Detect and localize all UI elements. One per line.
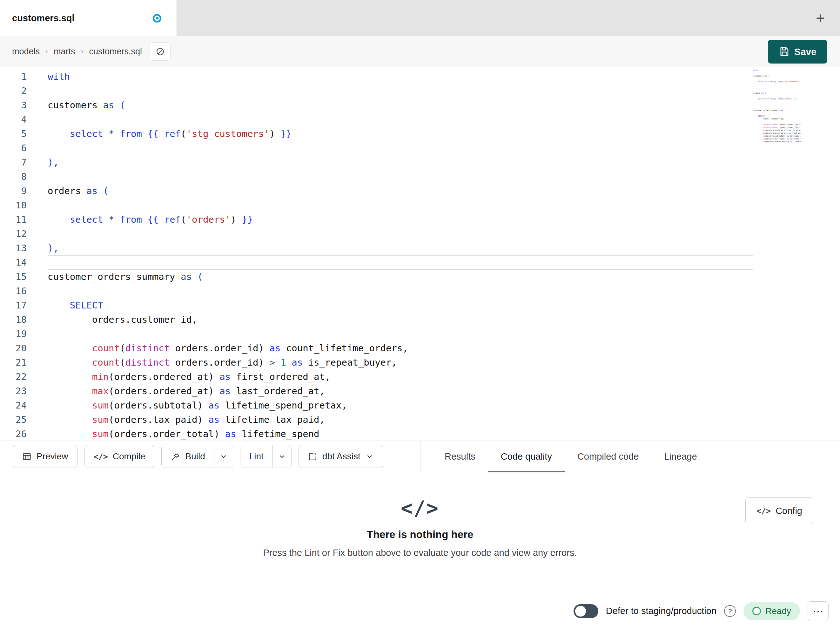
code-quality-panel: </> Config </> There is nothing here Pre…: [0, 472, 840, 594]
lint-button[interactable]: Lint: [240, 445, 273, 468]
preview-button[interactable]: Preview: [13, 445, 77, 468]
minimap-line: sum(orders.subtotal) as lifetime_spend_p…: [753, 134, 801, 137]
panel-tab-results[interactable]: Results: [432, 441, 488, 472]
action-toolbar: Preview </> Compile Build Lint dbt A: [0, 441, 840, 472]
panel-tab-compiled-code[interactable]: Compiled code: [565, 441, 651, 472]
code-line-8[interactable]: [47, 169, 753, 184]
breadcrumb-item-models[interactable]: models: [12, 47, 40, 57]
minimap-line: [753, 106, 801, 109]
save-label: Save: [794, 46, 816, 57]
line-number: 14: [0, 255, 27, 270]
minimap-line: count(distinct orders.order_id) > 1 as i…: [753, 126, 801, 129]
code-line-21[interactable]: count(distinct orders.order_id) > 1 as i…: [47, 356, 753, 370]
code-line-12[interactable]: [47, 227, 753, 241]
minimap-line: sum(orders.order_total) as lifetime_spen…: [753, 140, 801, 143]
editor-code[interactable]: withcustomers as ( select * from {{ ref(…: [47, 70, 753, 441]
save-button[interactable]: Save: [768, 40, 827, 63]
help-icon[interactable]: ?: [724, 605, 736, 617]
minimap-line: orders.customer_id,: [753, 117, 801, 120]
code-line-6[interactable]: [47, 141, 753, 155]
minimap-line: [753, 100, 801, 103]
lint-dropdown-button[interactable]: [273, 445, 291, 468]
code-line-16[interactable]: [47, 284, 753, 298]
line-number: 2: [0, 84, 27, 98]
status-bar-right: Defer to staging/production ? Ready ⋯: [573, 601, 829, 621]
code-line-22[interactable]: min(orders.ordered_at) as first_ordered_…: [47, 370, 753, 384]
file-tab-label: customers.sql: [12, 13, 75, 24]
table-icon: [22, 452, 32, 462]
code-line-17[interactable]: SELECT: [47, 298, 753, 313]
code-line-5[interactable]: select * from {{ ref('stg_customers') }}: [47, 127, 753, 141]
minimap-line: [753, 71, 801, 74]
dbt-assist-label: dbt Assist: [322, 451, 360, 462]
ready-indicator-icon: [752, 607, 761, 615]
code-line-2[interactable]: [47, 84, 753, 98]
empty-state: </> There is nothing here Press the Lint…: [0, 472, 840, 558]
line-number: 16: [0, 284, 27, 298]
panel-tab-lineage[interactable]: Lineage: [651, 441, 709, 472]
code-line-13[interactable]: ),: [47, 241, 753, 255]
compile-button[interactable]: </> Compile: [84, 445, 155, 468]
defer-label: Defer to staging/production: [606, 606, 717, 616]
breadcrumb-separator: ›: [46, 47, 48, 56]
editor-tab-bar: customers.sql +: [0, 0, 840, 36]
build-dropdown-button[interactable]: [214, 445, 233, 468]
breadcrumb-item-marts[interactable]: marts: [54, 47, 75, 57]
minimap-line: min(orders.ordered_at) as first_ordered_…: [753, 129, 801, 131]
code-line-3[interactable]: customers as (: [47, 98, 753, 112]
defer-toggle[interactable]: [573, 604, 598, 618]
editor-minimap[interactable]: withcustomers as ( select * from {{ ref(…: [753, 69, 801, 146]
minimap-line: max(orders.ordered_at) as last_ordered_a…: [753, 131, 801, 134]
panel-tab-code-quality[interactable]: Code quality: [488, 441, 565, 472]
dbt-assist-button[interactable]: dbt Assist: [298, 445, 383, 468]
line-number: 3: [0, 98, 27, 112]
code-line-7[interactable]: ),: [47, 155, 753, 169]
editor-gutter: 1234567891011121314151617181920212223242…: [0, 70, 27, 441]
minimap-line: select * from {{ ref('stg_customers') }}: [753, 80, 801, 83]
overflow-menu-button[interactable]: ⋯: [808, 601, 829, 621]
breadcrumb: models›marts›customers.sql: [12, 47, 142, 57]
build-button[interactable]: Build: [162, 445, 214, 468]
code-line-25[interactable]: sum(orders.tax_paid) as lifetime_tax_pai…: [47, 413, 753, 427]
ready-status-badge[interactable]: Ready: [744, 602, 800, 620]
code-line-18[interactable]: orders.customer_id,: [47, 313, 753, 327]
line-number: 22: [0, 370, 27, 384]
file-state-button[interactable]: [150, 42, 171, 61]
file-tab-customers-sql[interactable]: customers.sql: [0, 0, 177, 36]
code-line-4[interactable]: [47, 112, 753, 127]
preview-label: Preview: [36, 451, 68, 462]
code-line-20[interactable]: count(distinct orders.order_id) as count…: [47, 341, 753, 356]
breadcrumb-item-customers-sql[interactable]: customers.sql: [89, 47, 142, 57]
code-line-23[interactable]: max(orders.ordered_at) as last_ordered_a…: [47, 384, 753, 398]
line-number: 7: [0, 155, 27, 169]
code-line-15[interactable]: customer_orders_summary as (: [47, 270, 753, 284]
line-number: 23: [0, 384, 27, 398]
new-tab-button[interactable]: +: [810, 8, 831, 28]
code-line-24[interactable]: sum(orders.subtotal) as lifetime_spend_p…: [47, 398, 753, 413]
code-line-19[interactable]: [47, 327, 753, 341]
line-number: 12: [0, 227, 27, 241]
line-number: 25: [0, 413, 27, 427]
empty-state-title: There is nothing here: [0, 528, 840, 541]
minimap-line: select * from {{ ref('orders') }}: [753, 97, 801, 100]
line-number: 18: [0, 313, 27, 327]
minimap-line: customers as (: [753, 74, 801, 77]
code-editor[interactable]: 1234567891011121314151617181920212223242…: [0, 67, 840, 441]
code-line-1[interactable]: with: [47, 70, 753, 84]
lint-label: Lint: [249, 451, 264, 462]
code-line-14[interactable]: [47, 255, 753, 270]
save-icon: [779, 46, 789, 57]
line-number: 21: [0, 356, 27, 370]
code-line-9[interactable]: orders as (: [47, 184, 753, 198]
minimap-line: [753, 120, 801, 123]
line-number: 20: [0, 341, 27, 356]
code-brackets-icon: </>: [0, 497, 840, 520]
code-icon: </>: [94, 452, 108, 461]
code-line-11[interactable]: select * from {{ ref('orders') }}: [47, 212, 753, 227]
code-line-10[interactable]: [47, 198, 753, 212]
code-line-26[interactable]: sum(orders.order_total) as lifetime_spen…: [47, 427, 753, 441]
line-number: 19: [0, 327, 27, 341]
minimap-line: [753, 83, 801, 86]
line-number: 4: [0, 112, 27, 127]
assist-sparkle-icon: [308, 452, 317, 462]
